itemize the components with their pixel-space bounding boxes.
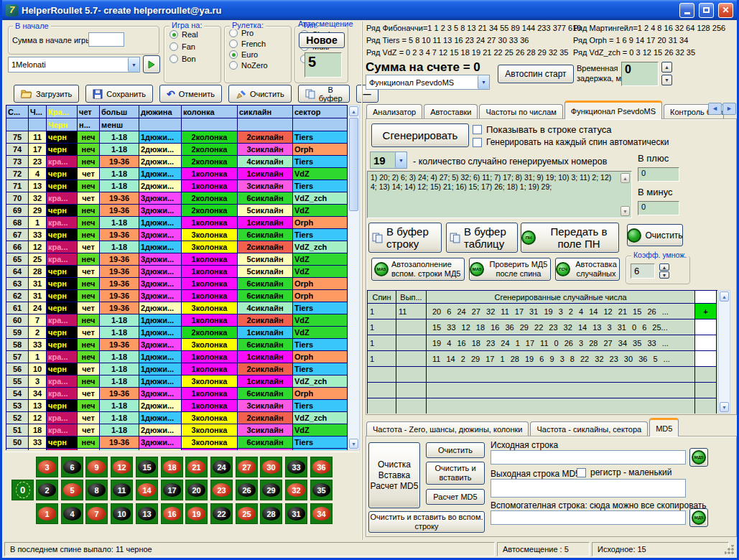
buffer-row-button[interactable]: В буфер строку (368, 223, 442, 253)
history-header-cell[interactable]: Ч... (29, 106, 47, 118)
table-row[interactable]: 7511черннеч1-181дюжи...2колонка2сиклайнT… (6, 131, 348, 144)
roulette-cell-33[interactable]: 33 (285, 457, 307, 477)
koeff-down-button[interactable]: ▼ (659, 271, 669, 279)
roulette-cell-27[interactable]: 27 (236, 457, 258, 477)
roulette-cell-10[interactable]: 10 (111, 503, 133, 524)
md5-aux-calc-button[interactable]: МД5 (689, 508, 708, 527)
roulette-cell-28[interactable]: 28 (260, 503, 282, 524)
roulette-cell-1[interactable]: 1 (36, 503, 58, 524)
history-table[interactable]: С...Ч...Кра...четбольшдюжинаколонкасикла… (6, 105, 348, 450)
table-row[interactable]: 571кра...неч1-181дюжи...1колонка1сиклайн… (6, 351, 348, 363)
roulette-board[interactable]: 0369121518212427303336258111417202326293… (4, 452, 359, 541)
vertical-splitter[interactable] (361, 22, 363, 540)
md5-source-input[interactable] (491, 450, 686, 465)
table-row[interactable]: 119 4 16 18 23 24 1 17 11 0 26 3 28 27 3… (368, 335, 717, 351)
history-header-cell[interactable]: н... (78, 118, 100, 131)
table-row[interactable]: 6331черннеч19-363дюжи...1колонка6сиклайн… (6, 278, 348, 290)
buffer-table-button[interactable]: В буфер таблицу (446, 223, 518, 253)
roulette-cell-30[interactable]: 30 (260, 457, 282, 477)
table-row[interactable]: 7323кра...неч19-362дюжи...2колонка4сикла… (6, 156, 348, 168)
table-row[interactable]: 6124чернчет19-362дюжи...3колонка4сиклайн… (6, 302, 348, 314)
roulette-cell-5[interactable]: 5 (61, 480, 83, 500)
tab-4[interactable]: Функционал PsevdoMS (564, 101, 662, 119)
radio-bon[interactable]: Bon (169, 55, 220, 63)
autospin-start-button[interactable]: Автоспин старт (498, 65, 574, 83)
roulette-cell-25[interactable]: 25 (236, 503, 258, 524)
table-row[interactable]: 5118кра...чет1-182дюжи...3колонка3сиклай… (6, 424, 348, 437)
table-row[interactable]: 4916кра...чет1-182дюжи...1колонка3сиклай… (6, 449, 348, 450)
clear-button[interactable]: Очистить (228, 85, 292, 103)
history-header-cell[interactable]: больш (100, 106, 139, 118)
spin-table-scrollbar[interactable]: ▲ ▼ (718, 290, 730, 414)
koeff-up-button[interactable]: ▲ (659, 263, 669, 271)
chevron-down-icon[interactable]: ▼ (478, 75, 489, 89)
history-header-cell[interactable] (182, 118, 238, 131)
history-header-cell[interactable]: дюжина (139, 106, 182, 118)
radio-euro[interactable]: Euro (229, 50, 291, 59)
roulette-cell-18[interactable]: 18 (161, 457, 183, 477)
table-row[interactable]: 11120 6 24 27 32 11 17 31 19 3 2 4 14 12… (368, 304, 717, 319)
table-row[interactable]: 553кра...неч1-181дюжи...3колонка1сиклайн… (6, 375, 348, 388)
roulette-cell-22[interactable]: 22 (210, 503, 233, 524)
history-scrollbar-thumb[interactable] (349, 118, 358, 211)
table-row[interactable]: 5610чернчет1-181дюжи...1колонка2сиклайнT… (6, 363, 348, 375)
roulette-cell-7[interactable]: 7 (85, 503, 108, 524)
history-header-cell[interactable]: колонка (182, 106, 238, 118)
scroll-up-icon[interactable]: ▲ (349, 106, 358, 116)
history-header-cell[interactable] (29, 118, 47, 131)
check-md5-button[interactable]: МА5 Проверить МД5 после спина (469, 258, 551, 281)
table-row[interactable]: 5313черннеч1-182дюжи...1колонка3сиклайнT… (6, 400, 348, 412)
roulette-zero-cell[interactable]: 0 (11, 480, 34, 500)
spin-header-cell[interactable]: Вып... (396, 291, 427, 304)
delay-down-button[interactable]: ▼ (661, 75, 672, 85)
roulette-cell-20[interactable]: 20 (185, 480, 208, 500)
roulette-cell-31[interactable]: 31 (285, 503, 307, 524)
table-row[interactable]: 7113черннеч1-182дюжи...1колонка3сиклайнT… (6, 180, 348, 192)
tab-scroll-right-icon[interactable]: ► (722, 103, 736, 115)
roulette-cell-16[interactable]: 16 (161, 503, 183, 524)
table-row[interactable]: 5434кра...чет19-363дюжи...1колонка6сикла… (6, 388, 348, 400)
roulette-cell-4[interactable]: 4 (61, 503, 83, 524)
textarea-scroll-up-icon[interactable]: ▲ (621, 173, 630, 183)
roulette-cell-14[interactable]: 14 (136, 480, 158, 500)
roulette-cell-21[interactable]: 21 (185, 457, 208, 477)
profile-combobox[interactable]: 1Melonati ▼ (8, 57, 140, 73)
clear-generated-button[interactable]: Очистить (627, 224, 683, 246)
roulette-cell-8[interactable]: 8 (85, 480, 108, 500)
tab-1[interactable]: Анализатор (366, 104, 422, 119)
roulette-cell-13[interactable]: 13 (136, 503, 158, 524)
transfer-to-pn-button[interactable]: ПН Передать в поле ПН (521, 223, 619, 253)
md5-source-calc-button[interactable]: МД5 (689, 448, 708, 467)
play-button[interactable] (143, 55, 160, 73)
table-row[interactable]: 6428чернчет19-363дюжи...1колонка5сиклайн… (6, 266, 348, 278)
roulette-cell-3[interactable]: 3 (36, 457, 58, 477)
autobet-random-button[interactable]: ГСЧ Автоставка случайных (555, 258, 620, 281)
radio-fan[interactable]: Fan (169, 42, 220, 51)
spin-header-cell[interactable] (695, 291, 717, 304)
history-header-cell[interactable] (293, 118, 348, 131)
tab-scroll-left-icon[interactable]: ◄ (708, 103, 722, 115)
table-row[interactable]: 6733черннеч19-363дюжи...3колонка6сиклайн… (6, 229, 348, 241)
autofill-md5-button[interactable]: МА5 Автозаполнение вспом. строки МД5 (371, 258, 465, 281)
close-button[interactable]: ✕ (718, 3, 733, 18)
minimize-button[interactable] (679, 3, 694, 18)
spin-results-table[interactable]: СпинВып...Сгенерированные случайные числ… (367, 290, 717, 414)
history-scrollbar[interactable]: ▲ ▼ (348, 105, 360, 450)
show-status-checkbox[interactable] (473, 125, 482, 134)
history-header-cell[interactable]: С... (6, 106, 29, 118)
history-header-cell[interactable]: Черн (47, 118, 78, 131)
history-header-cell[interactable]: сиклайн (238, 106, 293, 118)
roulette-cell-26[interactable]: 26 (236, 480, 258, 500)
md5-big-button[interactable]: Очистка Вставка Расчет MD5 (368, 442, 420, 508)
table-row[interactable]: 7032кра...чет19-363дюжи...2колонка6сикла… (6, 192, 348, 205)
textarea-scroll-down-icon[interactable]: ▼ (621, 206, 630, 216)
scroll-up-icon[interactable]: ▲ (720, 291, 729, 302)
roulette-cell-2[interactable]: 2 (36, 480, 58, 500)
history-header-cell[interactable] (6, 118, 29, 131)
delay-up-button[interactable]: ▲ (661, 62, 672, 73)
spin-header-cell[interactable]: Сгенерированные случайные числа (427, 291, 695, 304)
undo-button[interactable]: ↶Отменить (159, 85, 222, 103)
md5-clear-button[interactable]: Очистить (426, 442, 485, 458)
roulette-cell-12[interactable]: 12 (111, 457, 133, 477)
md5-clear-paste-button[interactable]: Очистить и вставить (426, 462, 485, 485)
